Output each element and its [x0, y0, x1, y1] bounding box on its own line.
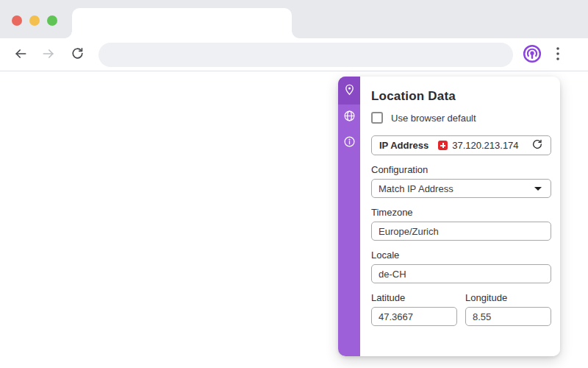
minimize-window-button[interactable] [29, 15, 40, 26]
sidebar-tab-browser[interactable] [338, 105, 360, 130]
close-window-button[interactable] [12, 15, 22, 26]
sidebar-tab-info[interactable] [338, 130, 360, 156]
forward-button[interactable] [37, 43, 60, 66]
coordinates-row: Latitude Longitude [371, 283, 551, 326]
info-icon [343, 135, 356, 151]
use-browser-default-row: Use browser default [371, 112, 551, 124]
sidebar-tab-location[interactable] [338, 77, 360, 105]
browser-menu-button[interactable] [548, 43, 568, 66]
refresh-icon [531, 138, 543, 152]
three-dot-menu-icon [556, 47, 559, 63]
maximize-window-button[interactable] [47, 15, 57, 26]
page-title: Location Data [371, 89, 551, 104]
popup-body: Location Data Use browser default IP Add… [360, 77, 560, 356]
longitude-input[interactable] [465, 307, 551, 326]
vytal-extension-button[interactable] [521, 43, 543, 66]
browser-toolbar [0, 38, 588, 71]
reload-button[interactable] [66, 43, 88, 66]
back-button[interactable] [10, 43, 32, 66]
switzerland-flag-icon [438, 141, 448, 150]
timezone-input[interactable] [371, 222, 551, 241]
ip-address-box: IP Address 37.120.213.174 [371, 135, 551, 155]
latitude-label: Latitude [371, 292, 457, 303]
ip-address-label: IP Address [379, 140, 429, 151]
url-address-bar[interactable] [98, 43, 513, 67]
locale-input[interactable] [371, 264, 551, 283]
latitude-input[interactable] [371, 307, 457, 326]
use-browser-default-checkbox[interactable] [371, 112, 383, 124]
vytal-broadcast-icon [523, 44, 542, 66]
tab-strip [0, 0, 588, 38]
use-browser-default-label: Use browser default [391, 113, 476, 124]
ip-address-value: 37.120.213.174 [452, 140, 518, 151]
configuration-select[interactable]: Match IP Address [371, 179, 551, 198]
window-controls [12, 15, 57, 26]
arrow-left-icon [13, 46, 28, 63]
timezone-label: Timezone [371, 207, 551, 218]
location-pin-icon [343, 83, 356, 99]
locale-label: Locale [371, 250, 551, 261]
configuration-label: Configuration [371, 164, 551, 175]
reload-icon [71, 46, 85, 63]
longitude-label: Longitude [465, 292, 551, 303]
arrow-right-icon [41, 46, 56, 63]
chevron-down-icon [534, 187, 542, 191]
browser-window: Location Data Use browser default IP Add… [0, 0, 588, 368]
extension-popup: Location Data Use browser default IP Add… [338, 77, 560, 356]
popup-sidebar [338, 77, 360, 356]
page-content: Location Data Use browser default IP Add… [0, 71, 588, 367]
globe-icon [343, 110, 356, 125]
browser-tab[interactable] [72, 8, 292, 38]
configuration-selected-value: Match IP Address [379, 183, 453, 194]
refresh-ip-button[interactable] [531, 139, 544, 152]
